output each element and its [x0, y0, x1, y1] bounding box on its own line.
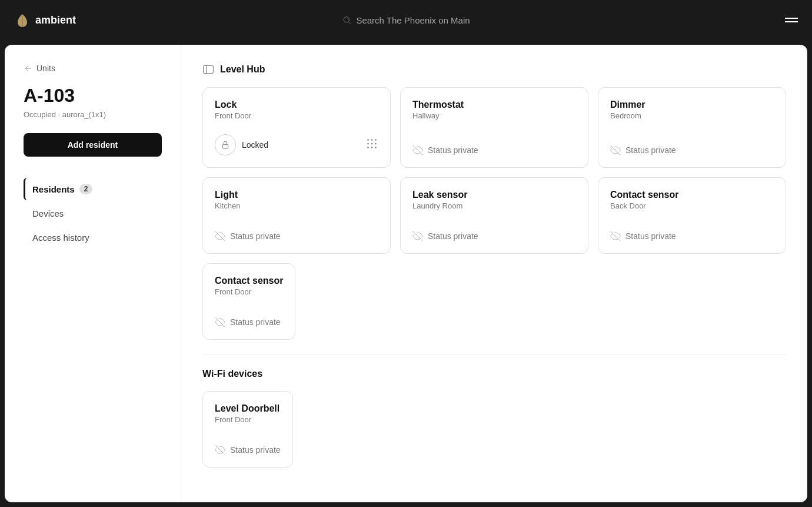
private-icon-dimmer [610, 145, 621, 155]
device-status-doorbell: Status private [215, 445, 281, 455]
sidebar: Units A-103 Occupied · aurora_(1x1) Add … [5, 45, 181, 502]
svg-line-1 [348, 22, 351, 24]
private-icon-contact-frontdoor [215, 317, 225, 327]
add-resident-button[interactable]: Add resident [24, 133, 162, 157]
device-card-lock: Lock Front Door Locked [202, 87, 391, 168]
device-type-thermostat: Thermostat [412, 100, 576, 110]
main-container: Units A-103 Occupied · aurora_(1x1) Add … [5, 45, 807, 502]
svg-point-14 [375, 147, 377, 148]
sidebar-nav: Residents 2 Devices Access history [24, 178, 162, 248]
device-location-doorbell: Front Door [215, 415, 281, 424]
device-location-dimmer: Bedroom [610, 111, 774, 120]
device-status-contact-backdoor: Status private [610, 231, 774, 241]
device-type-dimmer: Dimmer [610, 100, 774, 110]
device-card-light: Light Kitchen Status private [202, 177, 391, 254]
device-status-dimmer: Status private [610, 145, 774, 155]
residents-badge: 2 [79, 184, 93, 194]
device-location-leak: Laundry Room [412, 201, 576, 210]
private-icon-contact-backdoor [610, 231, 621, 241]
private-icon-doorbell [215, 445, 225, 455]
device-location-contact-frontdoor: Front Door [215, 287, 283, 296]
device-status-label-leak: Status private [428, 231, 478, 241]
device-card-thermostat: Thermostat Hallway Status private [400, 87, 588, 168]
device-card-contact-backdoor: Contact sensor Back Door Status private [598, 177, 786, 254]
sidebar-item-devices[interactable]: Devices [24, 203, 162, 224]
device-status-leak: Status private [412, 231, 576, 241]
device-status-label-doorbell: Status private [230, 445, 281, 455]
device-status-label-light: Status private [230, 231, 281, 241]
device-card-contact-frontdoor: Contact sensor Front Door Status private [202, 263, 295, 340]
search-icon [342, 15, 351, 25]
back-label: Units [36, 64, 55, 73]
svg-point-11 [375, 143, 377, 145]
device-status-label-dimmer: Status private [625, 145, 676, 155]
svg-point-7 [371, 139, 373, 141]
device-card-dimmer: Dimmer Bedroom Status private [598, 87, 786, 168]
device-status-contact-frontdoor: Status private [215, 317, 283, 327]
device-status-thermostat: Status private [412, 145, 576, 155]
device-status-label-thermostat: Status private [428, 145, 478, 155]
device-type-light: Light [215, 190, 378, 200]
device-type-contact-backdoor: Contact sensor [610, 190, 774, 200]
lock-card-content: Locked [215, 134, 378, 155]
device-location-lock: Front Door [215, 111, 378, 120]
device-status-label-contact-frontdoor: Status private [230, 317, 281, 327]
residents-label: Residents [32, 184, 75, 194]
section-divider [202, 354, 786, 354]
logo-icon [14, 12, 31, 28]
back-arrow-icon [24, 64, 33, 73]
grid-icon [365, 137, 378, 150]
device-location-light: Kitchen [215, 201, 378, 210]
device-status-label-contact-backdoor: Status private [625, 231, 676, 241]
access-history-label: Access history [32, 233, 89, 243]
lock-status: Locked [215, 134, 268, 155]
sidebar-item-residents[interactable]: Residents 2 [24, 178, 162, 200]
device-grid-row2: Light Kitchen Status private Leak sensor [202, 177, 786, 254]
device-card-leak: Leak sensor Laundry Room Status private [400, 177, 588, 254]
sidebar-item-access-history[interactable]: Access history [24, 227, 162, 248]
device-type-contact-frontdoor: Contact sensor [215, 276, 283, 286]
menu-button[interactable] [785, 18, 798, 22]
svg-rect-3 [204, 65, 214, 73]
lock-icon [221, 140, 230, 150]
hub-icon [202, 64, 214, 75]
device-type-lock: Lock [215, 100, 378, 110]
svg-point-9 [367, 143, 369, 145]
lock-icon-circle [215, 134, 236, 155]
svg-point-13 [371, 147, 373, 148]
level-hub-label: Level Hub [220, 64, 265, 75]
device-grid-row3: Contact sensor Front Door Status private [202, 263, 786, 340]
private-icon-light [215, 231, 225, 241]
svg-point-8 [375, 139, 377, 141]
search-bar[interactable]: Search The Phoenix on Main [342, 15, 470, 25]
topnav: ambient Search The Phoenix on Main [0, 0, 812, 40]
unit-meta: Occupied · aurora_(1x1) [24, 110, 162, 119]
svg-point-6 [367, 139, 369, 141]
private-icon-leak [412, 231, 423, 241]
device-card-doorbell: Level Doorbell Front Door Status private [202, 391, 293, 468]
unit-name: A-103 [24, 85, 162, 107]
main-content: Level Hub Lock Front Door [181, 45, 807, 502]
device-type-leak: Leak sensor [412, 190, 576, 200]
wifi-devices-header: Wi-Fi devices [202, 369, 786, 379]
devices-label: Devices [32, 208, 64, 218]
svg-point-10 [371, 143, 373, 145]
lock-status-label: Locked [242, 140, 268, 150]
svg-point-0 [344, 17, 349, 22]
back-link[interactable]: Units [24, 64, 162, 73]
private-icon-thermostat [412, 145, 423, 155]
search-placeholder: Search The Phoenix on Main [356, 15, 470, 25]
wifi-devices-label: Wi-Fi devices [202, 369, 262, 379]
device-location-contact-backdoor: Back Door [610, 201, 774, 210]
device-status-light: Status private [215, 231, 378, 241]
svg-point-12 [367, 147, 369, 148]
grid-dots-icon [365, 137, 378, 153]
device-type-doorbell: Level Doorbell [215, 403, 281, 414]
logo: ambient [14, 12, 76, 28]
device-grid-row1: Lock Front Door Locked [202, 87, 786, 168]
level-hub-header: Level Hub [202, 64, 786, 75]
svg-rect-5 [222, 144, 228, 148]
wifi-device-grid: Level Doorbell Front Door Status private [202, 391, 786, 468]
device-location-thermostat: Hallway [412, 111, 576, 120]
logo-text: ambient [35, 14, 76, 26]
